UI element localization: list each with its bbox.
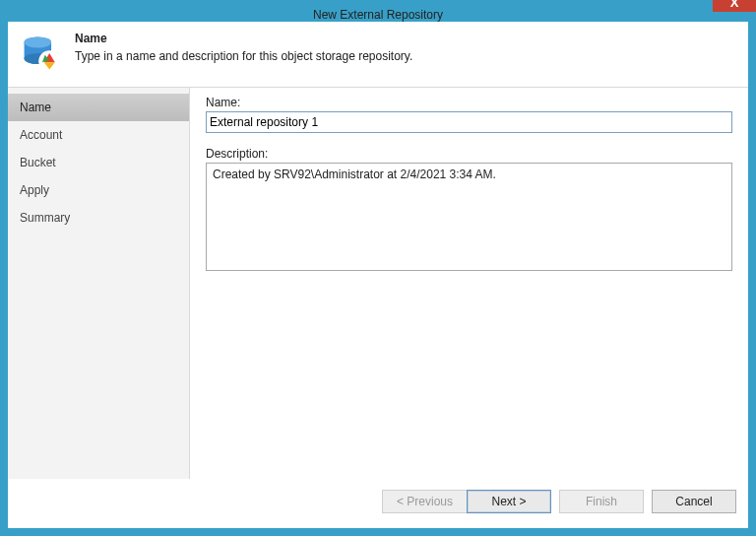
finish-button: Finish [559,490,644,513]
cancel-button[interactable]: Cancel [652,490,736,513]
sidebar-item-label: Account [20,128,62,142]
previous-button: < Previous [382,490,467,513]
svg-point-1 [25,37,51,48]
button-label: Finish [586,495,617,508]
wizard-steps-sidebar: Name Account Bucket Apply Summary [8,88,190,479]
dialog-window: New External Repository X Name Type in a… [0,0,756,536]
nav-button-pair: < Previous Next > [382,490,551,513]
sidebar-item-account[interactable]: Account [8,121,189,149]
sidebar-item-summary[interactable]: Summary [8,204,189,232]
name-input[interactable]: External repository 1 [206,111,732,133]
name-label: Name: [206,96,732,109]
wizard-header: Name Type in a name and description for … [8,22,748,88]
header-text: Name Type in a name and description for … [75,32,412,63]
sidebar-item-label: Apply [20,183,49,197]
name-input-value: External repository 1 [210,115,318,129]
wizard-content: Name: External repository 1 Description: [190,88,748,479]
sidebar-item-label: Bucket [20,156,56,169]
header-title: Name [75,32,412,45]
description-textarea[interactable] [206,163,732,271]
next-button[interactable]: Next > [467,490,551,513]
wizard-body: Name Account Bucket Apply Summary Name: … [8,88,748,479]
repository-cloud-icon [20,32,63,75]
sidebar-item-bucket[interactable]: Bucket [8,149,189,176]
button-label: Next > [491,495,526,508]
sidebar-item-label: Summary [20,211,70,225]
wizard-footer: < Previous Next > Finish Cancel [8,479,748,528]
description-label: Description: [206,147,732,161]
close-icon: X [730,0,739,10]
titlebar: New External Repository X [8,0,748,22]
sidebar-item-label: Name [20,100,51,114]
header-subtitle: Type in a name and description for this … [75,49,412,63]
sidebar-item-name[interactable]: Name [8,94,189,121]
window-title: New External Repository [8,0,748,30]
button-label: Cancel [675,495,712,508]
close-button[interactable]: X [713,0,756,12]
sidebar-item-apply[interactable]: Apply [8,176,189,204]
button-label: < Previous [397,495,453,508]
